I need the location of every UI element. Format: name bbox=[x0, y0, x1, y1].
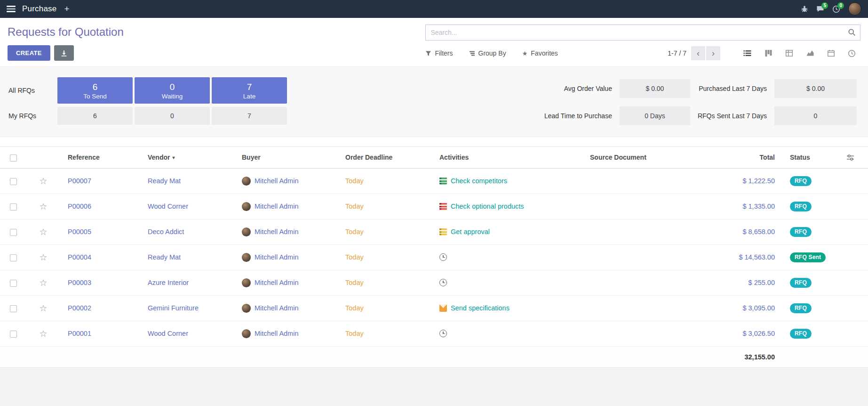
kpi-waiting[interactable]: 0 Waiting bbox=[135, 77, 210, 104]
activity-tasks-icon[interactable] bbox=[439, 203, 447, 210]
filters-button[interactable]: Filters bbox=[425, 49, 453, 57]
buyer-link[interactable]: Mitchell Admin bbox=[255, 253, 298, 261]
vendor-link[interactable]: Deco Addict bbox=[148, 228, 184, 235]
activity-mail-icon[interactable] bbox=[439, 304, 447, 312]
activity-link[interactable]: Check optional products bbox=[451, 203, 524, 210]
my-waiting[interactable]: 0 bbox=[135, 107, 210, 125]
reference-link[interactable]: P00006 bbox=[68, 203, 91, 210]
table-row[interactable]: ☆ P00002 Gemini Furniture Mitchell Admin… bbox=[0, 295, 868, 321]
kpi-late[interactable]: 7 Late bbox=[212, 77, 287, 104]
activity-clock-icon[interactable] bbox=[439, 253, 447, 261]
table-row[interactable]: ☆ P00006 Wood Corner Mitchell Admin Toda… bbox=[0, 194, 868, 219]
table-row[interactable]: ☆ P00005 Deco Addict Mitchell Admin Toda… bbox=[0, 219, 868, 244]
vendor-link[interactable]: Ready Mat bbox=[148, 177, 181, 185]
favorite-star-icon[interactable]: ☆ bbox=[39, 329, 47, 339]
reference-link[interactable]: P00005 bbox=[68, 228, 91, 235]
row-checkbox[interactable] bbox=[10, 254, 17, 261]
table-row[interactable]: ☆ P00001 Wood Corner Mitchell Admin Toda… bbox=[0, 321, 868, 346]
row-checkbox[interactable] bbox=[10, 305, 17, 312]
table-row[interactable]: ☆ P00004 Ready Mat Mitchell Admin Today … bbox=[0, 244, 868, 270]
activity-link[interactable]: Check competitors bbox=[451, 177, 507, 185]
graph-view-icon[interactable] bbox=[806, 49, 814, 57]
activity-tasks-icon[interactable] bbox=[439, 177, 447, 185]
total-cell: $ 3,095.00 bbox=[707, 295, 782, 321]
activity-tasks-icon[interactable] bbox=[439, 228, 447, 235]
header-order-deadline[interactable]: Order Deadline bbox=[338, 147, 432, 169]
favorite-star-icon[interactable]: ☆ bbox=[39, 303, 47, 313]
header-total[interactable]: Total bbox=[707, 147, 782, 169]
reference-link[interactable]: P00001 bbox=[68, 330, 91, 337]
row-checkbox[interactable] bbox=[10, 331, 17, 338]
activity-link[interactable]: Get approval bbox=[451, 228, 490, 235]
favorite-star-icon[interactable]: ☆ bbox=[39, 227, 47, 237]
activity-link[interactable]: Send specifications bbox=[451, 304, 510, 312]
row-checkbox[interactable] bbox=[10, 203, 17, 211]
row-checkbox[interactable] bbox=[10, 280, 17, 287]
group-by-button[interactable]: Group By bbox=[469, 49, 506, 57]
create-button[interactable]: CREATE bbox=[8, 45, 50, 61]
table-row[interactable]: ☆ P00003 Azure Interior Mitchell Admin T… bbox=[0, 270, 868, 295]
favorite-star-icon[interactable]: ☆ bbox=[39, 202, 47, 211]
buyer-link[interactable]: Mitchell Admin bbox=[255, 228, 298, 235]
user-avatar[interactable] bbox=[848, 2, 861, 16]
favorites-button[interactable]: ★ Favorites bbox=[522, 49, 558, 57]
new-tab-icon[interactable]: + bbox=[64, 4, 69, 14]
activity-clock-icon[interactable] bbox=[439, 279, 447, 286]
table-footer-row: 32,155.00 bbox=[0, 346, 868, 367]
apps-menu-icon[interactable] bbox=[7, 6, 16, 12]
reference-link[interactable]: P00003 bbox=[68, 279, 91, 286]
activity-clock-icon[interactable] bbox=[439, 330, 447, 337]
view-switcher bbox=[743, 49, 856, 57]
table-row[interactable]: ☆ P00007 Ready Mat Mitchell Admin Today … bbox=[0, 168, 868, 194]
export-button[interactable] bbox=[54, 45, 74, 61]
activities-clock-icon[interactable]: 0 bbox=[832, 5, 840, 13]
select-all-checkbox[interactable] bbox=[10, 154, 17, 162]
buyer-link[interactable]: Mitchell Admin bbox=[255, 304, 298, 312]
pager-previous-button[interactable]: ‹ bbox=[691, 46, 705, 60]
vendor-link[interactable]: Gemini Furniture bbox=[148, 304, 199, 312]
kpi-to-send[interactable]: 6 To Send bbox=[57, 77, 133, 104]
app-name[interactable]: Purchase bbox=[22, 4, 56, 14]
optional-columns-icon[interactable] bbox=[846, 154, 860, 161]
footer-total: 32,155.00 bbox=[707, 346, 782, 367]
pager-next-button[interactable]: › bbox=[706, 46, 720, 60]
search-input[interactable] bbox=[425, 24, 860, 41]
activity-view-icon[interactable] bbox=[848, 49, 856, 57]
favorite-star-icon[interactable]: ☆ bbox=[39, 278, 47, 288]
header-reference[interactable]: Reference bbox=[60, 147, 140, 169]
debug-bug-icon[interactable] bbox=[801, 5, 808, 13]
vendor-link[interactable]: Wood Corner bbox=[148, 203, 188, 210]
header-source-document[interactable]: Source Document bbox=[582, 147, 707, 169]
row-checkbox[interactable] bbox=[10, 229, 17, 236]
buyer-link[interactable]: Mitchell Admin bbox=[255, 330, 298, 337]
header-vendor[interactable]: Vendor▾ bbox=[140, 147, 234, 169]
reference-link[interactable]: P00007 bbox=[68, 177, 91, 185]
search-icon[interactable] bbox=[848, 28, 856, 36]
buyer-link[interactable]: Mitchell Admin bbox=[255, 177, 298, 185]
pivot-view-icon[interactable] bbox=[785, 49, 793, 57]
order-deadline-cell: Today bbox=[338, 270, 432, 295]
calendar-view-icon[interactable] bbox=[827, 49, 835, 57]
favorite-star-icon[interactable]: ☆ bbox=[39, 252, 47, 262]
header-status[interactable]: Status bbox=[782, 147, 844, 169]
header-buyer[interactable]: Buyer bbox=[234, 147, 338, 169]
kanban-view-icon[interactable] bbox=[764, 49, 772, 57]
status-badge: RFQ bbox=[790, 278, 812, 288]
header-activities[interactable]: Activities bbox=[432, 147, 582, 169]
order-deadline-cell: Today bbox=[338, 321, 432, 346]
buyer-avatar bbox=[242, 177, 251, 186]
buyer-link[interactable]: Mitchell Admin bbox=[255, 279, 298, 286]
buyer-link[interactable]: Mitchell Admin bbox=[255, 203, 298, 210]
list-view-icon[interactable] bbox=[743, 49, 752, 57]
row-checkbox[interactable] bbox=[10, 178, 17, 185]
reference-link[interactable]: P00002 bbox=[68, 304, 91, 312]
vendor-link[interactable]: Azure Interior bbox=[148, 279, 189, 286]
vendor-link[interactable]: Wood Corner bbox=[148, 330, 188, 337]
vendor-link[interactable]: Ready Mat bbox=[148, 253, 181, 261]
my-late[interactable]: 7 bbox=[212, 107, 287, 125]
reference-link[interactable]: P00004 bbox=[68, 253, 91, 261]
my-to-send[interactable]: 6 bbox=[57, 107, 133, 125]
favorite-star-icon[interactable]: ☆ bbox=[39, 176, 47, 186]
messages-icon[interactable]: 5 bbox=[816, 5, 824, 13]
status-badge: RFQ bbox=[790, 176, 812, 186]
